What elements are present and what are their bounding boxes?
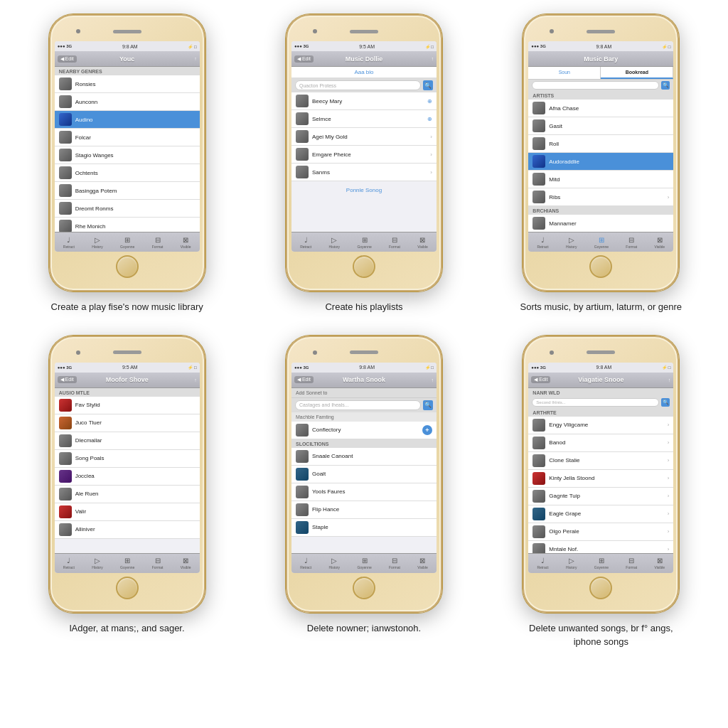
tab-item[interactable]: ⊠Visible	[417, 236, 428, 249]
list-item selected[interactable]: Audoraddlie	[528, 153, 673, 171]
tab-item[interactable]: ⊞Goyenne	[594, 236, 609, 249]
tab-item[interactable]: ▷History	[566, 236, 577, 249]
nav-action-6[interactable]: ↑	[668, 378, 671, 382]
nav-back-1[interactable]: ◀ Edit	[58, 55, 77, 63]
search-button-5[interactable]: 🔍	[423, 400, 433, 410]
tab-item[interactable]: ⊠Visible	[181, 236, 191, 249]
nav-action-5[interactable]: ↑	[431, 378, 434, 382]
list-item[interactable]: Snaale Canoant	[291, 448, 437, 466]
list-item[interactable]: Yools Faures	[291, 483, 437, 501]
search-input-3[interactable]	[532, 81, 659, 90]
top-link-2[interactable]: Aaa blo	[291, 67, 437, 78]
list-item[interactable]: Juco Tluer	[55, 414, 200, 432]
home-button-2[interactable]	[353, 255, 375, 278]
list-item[interactable]: Ribs ›	[528, 188, 673, 206]
tab-item[interactable]: ⊞Goyenne	[594, 557, 609, 569]
list-item[interactable]: Gagnte Tuip ›	[528, 488, 673, 505]
list-item[interactable]: Eagle Grape ›	[528, 505, 673, 523]
list-item[interactable]: Roll	[528, 135, 673, 153]
tab-item[interactable]: ⊟Format	[626, 557, 637, 569]
list-item[interactable]: Emgare Pheice ›	[291, 146, 437, 164]
list-item[interactable]: Folcar	[55, 129, 200, 146]
list-item[interactable]: Conflectory +	[291, 422, 437, 439]
tab-item[interactable]: ⊟Format	[152, 236, 164, 249]
list-item selected[interactable]: Audino	[55, 111, 200, 129]
tab-item[interactable]: ▷History	[329, 557, 341, 569]
nav-back-6[interactable]: ◀ Edit	[531, 376, 550, 383]
tab-item[interactable]: ♩Retract	[63, 557, 75, 569]
tab-item[interactable]: ♩Retract	[300, 557, 311, 569]
list-item[interactable]: Ronsies	[55, 75, 200, 93]
list-item[interactable]: Stagio Wanges	[55, 146, 200, 164]
search-input-6[interactable]: Second Ihlnts...	[532, 398, 659, 407]
list-item[interactable]: Jocclea	[55, 468, 200, 486]
home-button-6[interactable]	[589, 577, 612, 599]
tab-item[interactable]: ▷History	[566, 557, 577, 569]
tab-item[interactable]: ♩Retract	[63, 236, 75, 249]
list-item[interactable]: Kinty Jella Stoond ›	[528, 470, 673, 488]
segment-soun[interactable]: Soun	[528, 67, 601, 79]
list-item[interactable]: Alliniver	[55, 521, 200, 539]
list-item[interactable]: Mannamer	[528, 215, 673, 232]
home-button-1[interactable]	[116, 255, 139, 278]
tab-item[interactable]: ♩Retract	[537, 236, 548, 249]
home-button-4[interactable]	[116, 577, 139, 599]
nav-back-4[interactable]: ◀ Edit	[58, 376, 77, 383]
tab-item[interactable]: ⊟Format	[389, 236, 400, 249]
list-item[interactable]: Basingga Potem	[55, 182, 200, 200]
tab-item[interactable]: ▷History	[92, 236, 103, 249]
list-item[interactable]: Ale Ruen	[55, 486, 200, 503]
list-item[interactable]: Beecy Mary ⊕	[291, 92, 437, 110]
list-item[interactable]: Clone Stalie ›	[528, 452, 673, 470]
list-item[interactable]: Song Poals	[55, 450, 200, 468]
list-item[interactable]: Sanms ›	[291, 164, 437, 181]
tab-item[interactable]: ⊠Visible	[654, 236, 665, 249]
tab-item[interactable]: ⊞Goyenne	[357, 236, 371, 249]
list-item[interactable]: Staple	[291, 519, 437, 537]
tab-item[interactable]: ⊟Format	[626, 236, 637, 249]
list-item[interactable]: Valir	[55, 503, 200, 521]
home-button-3[interactable]	[589, 255, 612, 278]
list-item[interactable]: Fav Stylid	[55, 397, 200, 414]
list-item[interactable]: Dreomt Ronms	[55, 200, 200, 218]
popular-songs-link[interactable]: Ponnle Sonog	[291, 181, 437, 199]
list-item[interactable]: Selmce ⊕	[291, 110, 437, 128]
tab-item[interactable]: ♩Retract	[300, 236, 311, 249]
list-item[interactable]: Mitd	[528, 171, 673, 188]
search-button-6[interactable]: 🔍	[661, 398, 670, 407]
add-action-icon[interactable]: +	[422, 425, 432, 435]
list-item[interactable]: Mntale Nof. ›	[528, 541, 673, 553]
search-button-3[interactable]: 🔍	[661, 81, 670, 90]
list-item[interactable]: Aunconn	[55, 93, 200, 111]
search-button-2[interactable]: 🔍	[423, 80, 433, 90]
segment-bookread[interactable]: Bookread	[601, 67, 673, 79]
list-item[interactable]: Engy Viligcame ›	[528, 417, 673, 434]
nav-action-2[interactable]: ↑	[431, 56, 434, 61]
list-item[interactable]: Gasit	[528, 117, 673, 135]
tab-item[interactable]: ⊠Visible	[417, 557, 428, 569]
nav-action-1[interactable]: ↑	[194, 56, 197, 61]
tab-item[interactable]: ⊠Visible	[181, 557, 191, 569]
list-item[interactable]: Goalt	[291, 466, 437, 483]
tab-item[interactable]: ▷History	[92, 557, 103, 569]
list-item[interactable]: Agei Mly Gold ›	[291, 128, 437, 146]
list-item[interactable]: Banod ›	[528, 434, 673, 452]
home-button-5[interactable]	[353, 577, 375, 599]
tab-item[interactable]: ♩Retract	[537, 557, 548, 569]
tab-item[interactable]: ⊠Visible	[654, 557, 665, 569]
list-item[interactable]: Rhe Monich	[55, 218, 200, 232]
tab-item[interactable]: ⊟Format	[152, 557, 164, 569]
nav-action-4[interactable]: ↑	[194, 378, 197, 382]
list-item[interactable]: Dlecmallar	[55, 432, 200, 450]
tab-item[interactable]: ⊟Format	[389, 557, 400, 569]
tab-item[interactable]: ▷History	[329, 236, 341, 249]
nav-back-5[interactable]: ◀ Edit	[294, 376, 314, 383]
list-item[interactable]: Ochtents	[55, 164, 200, 182]
list-item[interactable]: Olgo Perale ›	[528, 523, 673, 541]
list-item[interactable]: Flip Hance	[291, 501, 437, 519]
tab-item[interactable]: ⊞Goyenne	[357, 557, 371, 569]
search-input-5[interactable]: Castages and Iheals...	[295, 400, 421, 410]
search-input-2[interactable]: Quacton Protess	[295, 80, 421, 90]
tab-item[interactable]: ⊞Goyenne	[120, 236, 134, 249]
list-item[interactable]: Afna Chase	[528, 100, 673, 117]
